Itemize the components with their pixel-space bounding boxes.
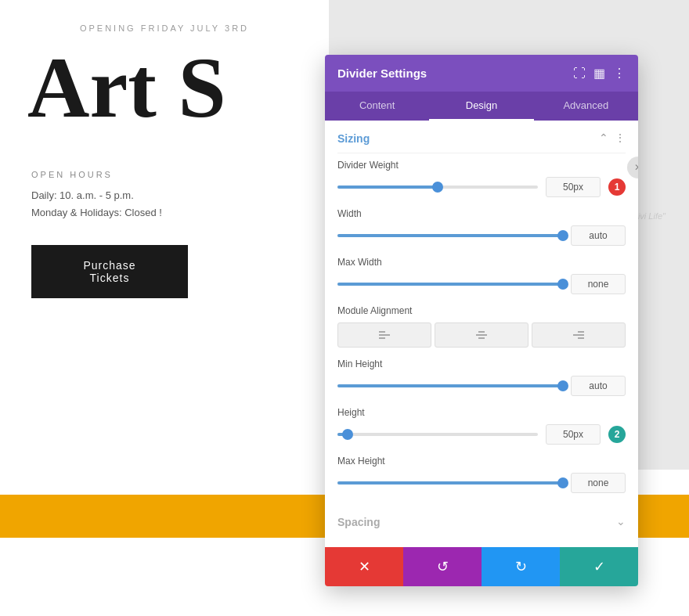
min-height-input[interactable]	[571, 376, 626, 396]
max-width-input[interactable]	[571, 274, 626, 294]
redo-button[interactable]: ↻	[482, 547, 560, 586]
max-width-field: Max Width	[337, 257, 626, 294]
panel-body: Sizing ⌃ ⋮ Divider Weight 1 Width	[325, 121, 638, 547]
art-title: Art S	[27, 45, 298, 131]
slider-thumb[interactable]	[432, 182, 443, 193]
confirm-button[interactable]: ✓	[560, 547, 638, 586]
opening-text: OPENING FRIDAY JULY 3RD	[31, 23, 298, 33]
divider-weight-slider[interactable]	[337, 186, 538, 189]
spacing-header: Spacing ⌄	[337, 515, 626, 528]
max-height-control	[337, 473, 626, 493]
module-alignment-label: Module Alignment	[337, 305, 626, 316]
sizing-title: Sizing	[337, 132, 370, 145]
svg-rect-0	[379, 331, 385, 333]
action-bar: ✕ ↺ ↻ ✓	[325, 547, 638, 586]
max-width-label: Max Width	[337, 257, 626, 268]
alignment-group	[337, 322, 626, 348]
min-height-field: Min Height	[337, 358, 626, 396]
slider-fill	[337, 384, 563, 387]
tab-advanced[interactable]: Advanced	[534, 92, 638, 121]
panel-header: Divider Settings ⛶ ▦ ⋮	[325, 55, 638, 92]
width-field: Width	[337, 208, 626, 246]
spacing-title: Spacing	[337, 516, 380, 528]
hours-detail: Daily: 10. a.m. - 5 p.m. Monday & Holida…	[31, 187, 298, 222]
module-alignment-field: Module Alignment	[337, 305, 626, 348]
slider-fill	[337, 234, 563, 237]
align-center-button[interactable]	[435, 322, 528, 348]
align-left-button[interactable]	[337, 322, 431, 348]
max-height-slider[interactable]	[337, 481, 563, 485]
min-height-label: Min Height	[337, 358, 626, 369]
svg-rect-6	[578, 331, 584, 333]
hours-line1: Daily: 10. a.m. - 5 p.m.	[31, 187, 298, 204]
panel-title: Divider Settings	[337, 67, 427, 80]
align-right-button[interactable]	[532, 322, 626, 348]
slider-thumb[interactable]	[342, 429, 353, 440]
slider-thumb[interactable]	[557, 230, 568, 241]
fullscreen-icon[interactable]: ⛶	[573, 67, 586, 81]
badge-2: 2	[608, 426, 626, 443]
height-input[interactable]	[546, 424, 601, 445]
spacing-section: Spacing ⌄	[337, 504, 626, 539]
sizing-section-header: Sizing ⌃ ⋮	[337, 121, 626, 153]
min-height-control	[337, 376, 626, 396]
svg-rect-8	[578, 337, 584, 339]
width-slider[interactable]	[337, 234, 563, 237]
svg-rect-1	[379, 334, 390, 336]
tab-design[interactable]: Design	[429, 92, 533, 121]
divider-weight-field: Divider Weight 1	[337, 160, 626, 197]
sizing-collapse-icon[interactable]: ⌃	[599, 131, 608, 145]
width-label: Width	[337, 208, 626, 219]
divider-weight-label: Divider Weight	[337, 160, 626, 171]
module-alignment-control	[337, 322, 626, 348]
divider-weight-input[interactable]	[546, 177, 601, 197]
height-field: Height 2	[337, 407, 626, 445]
max-width-control	[337, 274, 626, 294]
panel-header-icons: ⛶ ▦ ⋮	[573, 66, 626, 81]
spacing-collapse-icon[interactable]: ⌄	[616, 515, 626, 528]
purchase-tickets-button[interactable]: Purchase Tickets	[31, 245, 188, 298]
slider-thumb[interactable]	[557, 279, 568, 290]
sizing-more-icon[interactable]: ⋮	[615, 131, 626, 145]
more-icon[interactable]: ⋮	[613, 66, 626, 81]
slider-fill	[337, 283, 563, 286]
slider-thumb[interactable]	[557, 477, 568, 488]
open-hours-label: OPEN HOURS	[31, 170, 298, 179]
svg-rect-5	[478, 337, 485, 339]
height-label: Height	[337, 407, 626, 418]
panel-tabs: Content Design Advanced	[325, 92, 638, 121]
undo-button[interactable]: ↺	[403, 547, 482, 586]
height-slider[interactable]	[337, 433, 538, 436]
hours-line2: Monday & Holidays: Closed !	[31, 204, 298, 222]
svg-rect-3	[478, 331, 485, 333]
max-height-field: Max Height	[337, 456, 626, 493]
slider-fill	[337, 481, 563, 485]
slider-thumb[interactable]	[557, 380, 568, 391]
min-height-slider[interactable]	[337, 384, 563, 387]
svg-rect-2	[379, 337, 385, 339]
height-control: 2	[337, 424, 626, 445]
cancel-button[interactable]: ✕	[325, 547, 403, 586]
settings-panel: ✕ Divider Settings ⛶ ▦ ⋮ Content Design …	[325, 55, 638, 586]
svg-rect-7	[573, 334, 584, 336]
slider-fill	[337, 186, 438, 189]
width-input[interactable]	[571, 225, 626, 246]
tab-content[interactable]: Content	[325, 92, 429, 121]
max-height-label: Max Height	[337, 456, 626, 467]
divider-weight-control: 1	[337, 177, 626, 197]
width-control	[337, 225, 626, 246]
max-width-slider[interactable]	[337, 283, 563, 286]
layout-icon[interactable]: ▦	[593, 66, 605, 81]
sizing-controls: ⌃ ⋮	[599, 131, 626, 145]
badge-1: 1	[608, 178, 626, 196]
max-height-input[interactable]	[571, 473, 626, 493]
svg-rect-4	[476, 334, 487, 336]
